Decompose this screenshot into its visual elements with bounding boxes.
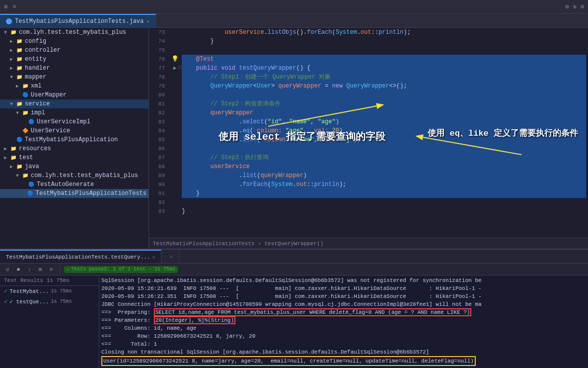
folder-icon: 📁 — [16, 47, 23, 54]
sidebar-label-xml: xml — [31, 83, 42, 90]
folder-icon: 📁 — [10, 29, 17, 36]
line-num-88: 88 — [149, 162, 167, 171]
expand-arrow: ▼ — [16, 110, 22, 116]
line-num-73: 73 — [149, 28, 167, 37]
bottom-panel: TestMybatisPlusApplicationTests.testQuer… — [0, 249, 588, 368]
log-line-closing: Closing non transactional SqlSession [or… — [101, 348, 586, 356]
line-num-77: 77 — [149, 64, 167, 73]
sidebar-item-config[interactable]: ▶ 📁 config — [0, 37, 148, 46]
line-num-85: 85 — [149, 135, 167, 144]
log-line-1: 2020-05-09 15:26:21.639 INFO 17508 --- [… — [101, 284, 586, 292]
sidebar-item-mapper[interactable]: ▼ 📁 mapper — [0, 73, 148, 82]
lightbulb-marker[interactable]: 💡 — [171, 55, 179, 63]
code-line-74: } — [182, 37, 586, 46]
expand-arrow: ▶ — [10, 164, 16, 170]
bottom-tab-extra[interactable]: ✕ — [161, 250, 179, 263]
code-container: 73 74 75 76 77 78 79 80 81 82 83 84 85 8… — [149, 28, 588, 238]
sql-highlight-span: SELECT id,name,age FROM test_mybatis_plu… — [154, 308, 472, 316]
toolbar-icon-config[interactable]: ⚙ — [565, 3, 569, 10]
stop-button[interactable]: ■ — [14, 265, 23, 274]
bottom-tabs: TestMybatisPlusApplicationTests.testQuer… — [0, 250, 588, 264]
tab-testmybatisplusapplicationtests[interactable]: TestMybatisPlusApplicationTests.java ✕ — [0, 14, 156, 27]
sidebar-item-root-package[interactable]: ▼ 📁 com.lyh.test.test_mybatis_plus — [0, 28, 148, 37]
code-line-93: } — [182, 207, 586, 216]
folder-icon: 📁 — [16, 56, 23, 63]
interface-icon: 🔶 — [22, 127, 29, 134]
sidebar-item-test[interactable]: ▶ 📁 test — [0, 153, 148, 162]
rerun-button[interactable]: ↺ — [3, 265, 12, 274]
sidebar-item-entity[interactable]: ▶ 📁 entity — [0, 55, 148, 64]
log-line-2: 2020-05-09 15:26:22.351 INFO 17508 --- [… — [101, 292, 586, 300]
log-line-row: <== Row: 125892906673242521 8, jarry, 20 — [101, 332, 586, 340]
folder-icon: 📁 — [16, 38, 23, 45]
folder-icon: 📁 — [16, 163, 23, 170]
tab-close-icon[interactable]: ✕ — [147, 18, 149, 24]
line-num-89: 89 — [149, 171, 167, 180]
sidebar-item-xml[interactable]: ▶ 📁 xml — [0, 82, 148, 91]
test-item-0[interactable]: ✓ TestMybat... 1s 75ms — [0, 286, 99, 296]
gutter: 💡 ▶ □ — [170, 28, 180, 238]
code-line-82: queryWrapper — [182, 108, 586, 117]
sidebar-label-handler: handler — [25, 65, 50, 72]
sidebar-item-userservice[interactable]: 🔶 UserService — [0, 126, 148, 135]
code-line-80 — [182, 91, 586, 99]
code-line-84: .eq( column: "age", val: 20) — [182, 126, 586, 135]
bottom-tab-close[interactable]: ✕ — [152, 254, 155, 260]
sidebar-item-userserviceimpl[interactable]: 🔵 UserServiceImpl — [0, 117, 148, 126]
folder-icon: 📁 — [16, 100, 23, 107]
sidebar-item-service[interactable]: ▼ 📁 service — [0, 99, 148, 108]
code-line-81: // Step2：构造查询条件 — [182, 99, 586, 108]
sidebar-item-controller[interactable]: ▶ 📁 controller — [0, 46, 148, 55]
toolbar-icon-gear2[interactable]: ⚙ — [581, 3, 584, 10]
folder-icon: 📁 — [22, 109, 29, 116]
sidebar-label-pkg2: com.lyh.test.test_mybatis_plus — [31, 172, 138, 179]
filter-button[interactable]: ≡ — [47, 265, 56, 274]
code-line-85: .like( column: "name", val: "j"); — [182, 135, 586, 144]
log-panel[interactable]: SqlSession [org.apache.ibatis.session.de… — [99, 276, 588, 368]
debug-marker[interactable]: □ — [176, 64, 184, 72]
sidebar-item-resources[interactable]: ▶ 📁 resources — [0, 144, 148, 153]
code-line-87: // Step3：执行查询 — [182, 153, 586, 162]
sidebar-label-entity: entity — [25, 56, 46, 63]
sidebar-label-userservice: UserService — [31, 127, 70, 134]
expand-arrow: ▼ — [16, 173, 22, 179]
editor-area: 73 74 75 76 77 78 79 80 81 82 83 84 85 8… — [149, 28, 588, 249]
pass-badge: ✓ Tests passed: 1 of 1 test - 1s 75ms — [64, 266, 178, 273]
toolbar-icon-settings[interactable]: ⚙ — [4, 3, 7, 10]
sidebar-item-java2[interactable]: ▶ 📁 java — [0, 162, 148, 171]
expand-arrow: ▶ — [10, 47, 16, 53]
line-num-75: 75 — [149, 46, 167, 55]
log-line-3: JDBC Connection [HikariProxyConnection@1… — [101, 300, 586, 308]
test-results-panel: Test Results 1s 75ms ✓ TestMybat... 1s 7… — [0, 276, 99, 368]
check-icon-0: ✓ — [4, 287, 7, 295]
sidebar-label-app: TestMybatisPlusApplication — [25, 136, 118, 143]
line-num-91: 91 — [149, 189, 167, 198]
code-line-91: } — [182, 189, 586, 198]
bottom-tab-testquery[interactable]: TestMybatisPlusApplicationTests.testQuer… — [0, 250, 161, 263]
sidebar-label-root: com.lyh.test.test_mybatis_plus — [19, 29, 126, 36]
expand-arrow: ▶ — [10, 38, 16, 44]
code-content[interactable]: userService.listObjs().forEach(System.ou… — [180, 28, 588, 238]
sidebar-item-usermapper[interactable]: 🔵 UserMapper — [0, 91, 148, 99]
expand-button[interactable]: ⊞ — [36, 265, 45, 274]
toolbar-icon-menu[interactable]: ≡ — [12, 3, 16, 10]
sort-button[interactable]: ↕ — [25, 265, 34, 274]
class-icon: 🔵 — [28, 118, 35, 125]
toolbar-icon-align[interactable]: ⇅ — [573, 3, 577, 10]
line-num-81: 81 — [149, 99, 167, 108]
sidebar-item-impl[interactable]: ▼ 📁 impl — [0, 108, 148, 117]
test-item-1[interactable]: ✓ ✓ testQue... 1s 75ms — [0, 296, 99, 307]
class-icon: 🔵 — [27, 190, 34, 197]
bottom-tab-close2[interactable]: ✕ — [169, 254, 172, 260]
class-icon: 🔵 — [22, 92, 29, 98]
sidebar-item-app[interactable]: 🔵 TestMybatisPlusApplication — [0, 135, 148, 144]
sidebar-label-usermapper: UserMapper — [31, 92, 67, 98]
code-line-88: userService — [182, 162, 586, 171]
sidebar-item-testmybatisplusapplicationtests[interactable]: 🔵 TestMybatisPlusApplicationTests — [0, 189, 148, 198]
sidebar-item-testautogenerate[interactable]: 🔵 TestAutoGenerate — [0, 180, 148, 189]
sidebar-item-pkg2[interactable]: ▼ 📁 com.lyh.test.test_mybatis_plus — [0, 171, 148, 180]
line-num-82: 82 — [149, 108, 167, 117]
line-num-93: 93 — [149, 207, 167, 216]
sidebar-item-handler[interactable]: ▶ 📁 handler — [0, 64, 148, 73]
folder-icon: 📁 — [10, 145, 17, 152]
